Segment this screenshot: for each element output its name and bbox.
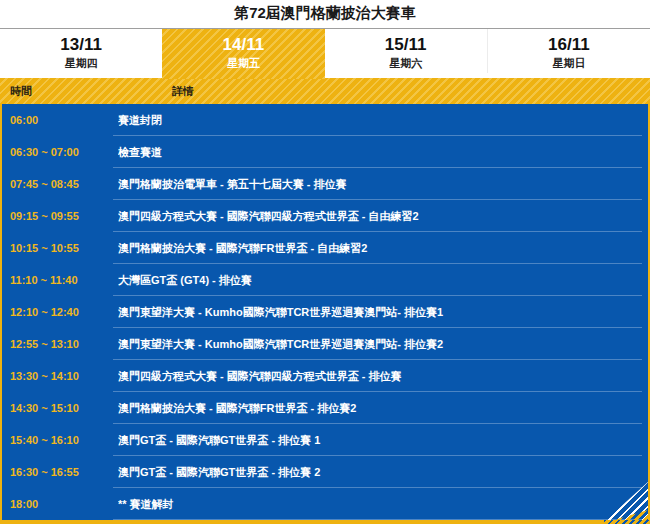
schedule-row: 07:45 ~ 08:45 澳門格蘭披治電單車 - 第五十七屆大賽 - 排位賽 <box>2 168 648 200</box>
event-detail: 澳門四級方程式大賽 - 國際汽聯四級方程式世界盃 - 自由練習2 <box>118 200 634 232</box>
tab-date-16-11[interactable]: 16/11 星期日 <box>487 29 650 73</box>
tab-date-label: 15/11 <box>325 34 487 55</box>
bottom-bar-stripes <box>604 520 650 524</box>
schedule-row: 12:55 ~ 13:10 澳門東望洋大賽 - Kumho國際汽聯TCR世界巡迴… <box>2 328 648 360</box>
event-time: 09:15 ~ 09:55 <box>10 200 79 232</box>
column-header-detail: 詳情 <box>172 78 194 104</box>
event-time: 12:10 ~ 12:40 <box>10 296 79 328</box>
event-time: 06:00 <box>10 104 38 136</box>
tab-weekday-label: 星期五 <box>162 56 324 71</box>
schedule-column-header: 時間 詳情 <box>0 78 650 104</box>
schedule-row: 14:30 ~ 15:10 澳門格蘭披治大賽 - 國際汽聯FR世界盃 - 排位賽… <box>2 392 648 424</box>
page-title: 第72屆澳門格蘭披治大賽車 <box>0 0 650 28</box>
schedule-row: 13:30 ~ 14:10 澳門四級方程式大賽 - 國際汽聯四級方程式世界盃 -… <box>2 360 648 392</box>
event-time: 06:30 ~ 07:00 <box>10 136 79 168</box>
event-detail: 澳門東望洋大賽 - Kumho國際汽聯TCR世界巡迴賽澳門站- 排位賽2 <box>118 328 634 360</box>
event-time: 16:30 ~ 16:55 <box>10 456 79 488</box>
event-detail: 檢查賽道 <box>118 136 634 168</box>
event-time: 10:15 ~ 10:55 <box>10 232 79 264</box>
tab-date-15-11[interactable]: 15/11 星期六 <box>325 29 487 73</box>
tab-date-label: 14/11 <box>162 34 324 55</box>
tab-date-13-11[interactable]: 13/11 星期四 <box>0 29 162 73</box>
schedule-row: 10:15 ~ 10:55 澳門格蘭披治大賽 - 國際汽聯FR世界盃 - 自由練… <box>2 232 648 264</box>
event-detail: 澳門GT盃 - 國際汽聯GT世界盃 - 排位賽 1 <box>118 424 634 456</box>
schedule-row: 18:00 ** 賽道解封 <box>2 488 648 520</box>
schedule-row: 06:00 賽道封閉 <box>2 104 648 136</box>
schedule-row: 06:30 ~ 07:00 檢查賽道 <box>2 136 648 168</box>
event-time: 12:55 ~ 13:10 <box>10 328 79 360</box>
schedule-table: 06:00 賽道封閉 06:30 ~ 07:00 檢查賽道 07:45 ~ 08… <box>0 104 650 524</box>
event-detail: 大灣區GT盃 (GT4) - 排位賽 <box>118 264 634 296</box>
tab-weekday-label: 星期六 <box>325 56 487 71</box>
tab-date-14-11-active[interactable]: 14/11 星期五 <box>162 29 324 79</box>
event-time: 18:00 <box>10 488 38 520</box>
event-time: 14:30 ~ 15:10 <box>10 392 79 424</box>
event-detail: 澳門四級方程式大賽 - 國際汽聯四級方程式世界盃 - 排位賽 <box>118 360 634 392</box>
event-detail: 澳門GT盃 - 國際汽聯GT世界盃 - 排位賽 2 <box>118 456 634 488</box>
schedule-row: 11:10 ~ 11:40 大灣區GT盃 (GT4) - 排位賽 <box>2 264 648 296</box>
tab-date-label: 16/11 <box>488 34 650 55</box>
tab-weekday-label: 星期日 <box>488 56 650 71</box>
date-tabs: 13/11 星期四 14/11 星期五 15/11 星期六 16/11 星期日 <box>0 28 650 72</box>
event-time: 13:30 ~ 14:10 <box>10 360 79 392</box>
tab-date-label: 13/11 <box>0 34 162 55</box>
event-detail: 澳門格蘭披治大賽 - 國際汽聯FR世界盃 - 自由練習2 <box>118 232 634 264</box>
event-time: 15:40 ~ 16:10 <box>10 424 79 456</box>
macau-gp-schedule-page: 第72屆澳門格蘭披治大賽車 13/11 星期四 14/11 星期五 15/11 … <box>0 0 650 524</box>
bottom-border-decoration <box>0 520 650 524</box>
schedule-row: 12:10 ~ 12:40 澳門東望洋大賽 - Kumho國際汽聯TCR世界巡迴… <box>2 296 648 328</box>
schedule-row: 09:15 ~ 09:55 澳門四級方程式大賽 - 國際汽聯四級方程式世界盃 -… <box>2 200 648 232</box>
event-detail: 澳門格蘭披治電單車 - 第五十七屆大賽 - 排位賽 <box>118 168 634 200</box>
column-header-time: 時間 <box>10 78 32 104</box>
event-time: 11:10 ~ 11:40 <box>10 264 78 296</box>
event-detail: 澳門格蘭披治大賽 - 國際汽聯FR世界盃 - 排位賽2 <box>118 392 634 424</box>
schedule-row: 16:30 ~ 16:55 澳門GT盃 - 國際汽聯GT世界盃 - 排位賽 2 <box>2 456 648 488</box>
event-detail: 賽道封閉 <box>118 104 634 136</box>
schedule-row: 15:40 ~ 16:10 澳門GT盃 - 國際汽聯GT世界盃 - 排位賽 1 <box>2 424 648 456</box>
event-detail: 澳門東望洋大賽 - Kumho國際汽聯TCR世界巡迴賽澳門站- 排位賽1 <box>118 296 634 328</box>
tab-weekday-label: 星期四 <box>0 56 162 71</box>
event-time: 07:45 ~ 08:45 <box>10 168 79 200</box>
event-detail: ** 賽道解封 <box>118 488 634 520</box>
